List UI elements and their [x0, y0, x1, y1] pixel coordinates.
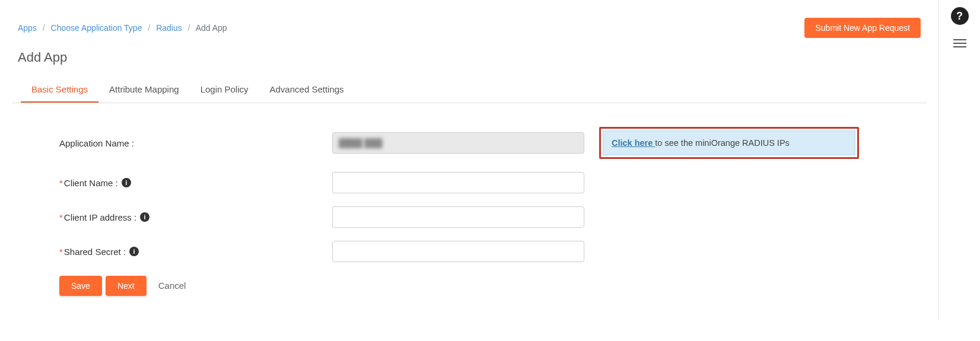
- info-icon[interactable]: i: [129, 247, 139, 256]
- label-application-name-text: Application Name :: [59, 138, 134, 148]
- required-marker: *: [59, 247, 63, 257]
- breadcrumb-link-apps[interactable]: Apps: [18, 23, 37, 33]
- row-application-name: Application Name : ████ ███ Click here t…: [59, 127, 909, 159]
- shared-secret-input[interactable]: [332, 241, 584, 262]
- form-buttons: Save Next Cancel: [59, 275, 909, 296]
- right-rail: ?: [938, 0, 980, 320]
- label-client-ip: * Client IP address : i: [59, 212, 332, 222]
- label-shared-secret-text: Shared Secret :: [64, 247, 126, 257]
- tab-attribute-mapping[interactable]: Attribute Mapping: [98, 77, 190, 103]
- click-here-link[interactable]: Click here: [612, 138, 655, 148]
- row-client-ip: * Client IP address : i: [59, 206, 909, 228]
- label-shared-secret: * Shared Secret : i: [59, 247, 332, 257]
- breadcrumb-sep: /: [43, 23, 45, 33]
- breadcrumb-sep: /: [148, 23, 150, 33]
- label-client-name: * Client Name : i: [59, 178, 332, 188]
- label-application-name: Application Name :: [59, 138, 332, 148]
- breadcrumb-current: Add App: [196, 23, 227, 33]
- breadcrumb-link-choose-type[interactable]: Choose Application Type: [51, 23, 142, 33]
- info-icon[interactable]: i: [122, 178, 131, 187]
- breadcrumb: Apps / Choose Application Type / Radius …: [18, 23, 227, 33]
- save-button[interactable]: Save: [59, 276, 102, 296]
- label-client-name-text: Client Name :: [64, 178, 118, 188]
- radius-ip-callout-inner: Click here to see the miniOrange RADIUS …: [603, 130, 855, 155]
- tab-login-policy[interactable]: Login Policy: [190, 77, 259, 103]
- breadcrumb-sep: /: [188, 23, 190, 33]
- radius-ip-callout: Click here to see the miniOrange RADIUS …: [599, 127, 859, 159]
- tabs: Basic Settings Attribute Mapping Login P…: [12, 77, 927, 103]
- menu-icon[interactable]: [953, 37, 966, 50]
- page-title: Add App: [6, 44, 933, 77]
- tab-advanced-settings[interactable]: Advanced Settings: [259, 77, 355, 103]
- tab-basic-settings[interactable]: Basic Settings: [21, 77, 98, 103]
- form-basic-settings: Application Name : ████ ███ Click here t…: [6, 103, 933, 308]
- client-ip-input[interactable]: [332, 206, 584, 228]
- label-client-ip-text: Client IP address :: [64, 212, 136, 222]
- row-client-name: * Client Name : i: [59, 172, 909, 193]
- next-button[interactable]: Next: [106, 276, 147, 296]
- application-name-input[interactable]: ████ ███: [332, 132, 584, 154]
- info-icon[interactable]: i: [140, 212, 149, 222]
- top-bar: Apps / Choose Application Type / Radius …: [6, 12, 933, 44]
- callout-rest-text: to see the miniOrange RADIUS IPs: [655, 138, 789, 148]
- help-icon[interactable]: ?: [951, 7, 969, 25]
- required-marker: *: [59, 212, 63, 222]
- cancel-button[interactable]: Cancel: [150, 275, 195, 296]
- required-marker: *: [59, 178, 63, 188]
- client-name-input[interactable]: [332, 172, 584, 193]
- breadcrumb-link-radius[interactable]: Radius: [156, 23, 182, 33]
- application-name-value: ████ ███: [339, 138, 382, 148]
- submit-app-request-button[interactable]: Submit New App Request: [804, 18, 921, 38]
- row-shared-secret: * Shared Secret : i: [59, 241, 909, 262]
